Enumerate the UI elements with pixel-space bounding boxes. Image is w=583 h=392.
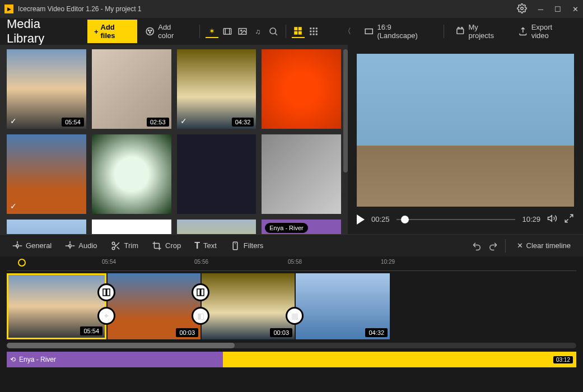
- search-icon[interactable]: [267, 25, 279, 38]
- minimize-button[interactable]: ─: [538, 5, 543, 13]
- timeline-clip[interactable]: 05:54: [7, 273, 106, 339]
- filter-image-icon[interactable]: [236, 25, 249, 38]
- aspect-ratio-button[interactable]: 16:9 (Landscape): [358, 20, 438, 43]
- text-icon: T: [194, 241, 200, 251]
- playback-slider[interactable]: [397, 219, 516, 220]
- check-icon: ✓: [10, 116, 17, 125]
- trim-tool[interactable]: Trim: [105, 237, 144, 254]
- svg-point-25: [461, 27, 463, 29]
- media-thumbnail[interactable]: [92, 134, 171, 214]
- collapse-icon[interactable]: 〈: [341, 25, 354, 38]
- app-logo: ▶: [4, 4, 13, 13]
- clip-duration: 04:32: [365, 328, 388, 337]
- play-button[interactable]: [357, 214, 365, 225]
- view-grid-small-icon[interactable]: [307, 25, 320, 38]
- audio-clip-duration: 03:12: [553, 356, 573, 363]
- svg-point-7: [241, 30, 242, 31]
- audio-clip-title: Enya - River: [19, 356, 56, 363]
- clear-timeline-button[interactable]: ✕Clear timeline: [511, 238, 576, 253]
- media-thumbnail[interactable]: 04:32✓: [177, 49, 256, 129]
- transition-icon[interactable]: [192, 283, 209, 301]
- effect-icon[interactable]: ◧: [192, 307, 209, 325]
- svg-rect-32: [107, 289, 110, 296]
- library-scrollbar[interactable]: [343, 49, 348, 172]
- svg-rect-33: [197, 289, 200, 296]
- media-library: 05:54✓02:5304:32✓✓Enya - River: [0, 45, 348, 234]
- preview-panel: 00:25 10:29: [348, 45, 583, 234]
- svg-rect-18: [315, 31, 317, 32]
- timeline-clip[interactable]: 00:03: [202, 273, 295, 339]
- svg-point-1: [146, 27, 153, 35]
- svg-rect-20: [313, 34, 314, 35]
- svg-point-28: [112, 242, 115, 245]
- svg-rect-9: [294, 27, 297, 30]
- filter-all-icon[interactable]: ✶: [206, 25, 218, 38]
- media-thumbnail[interactable]: [262, 49, 341, 129]
- crop-tool[interactable]: Crop: [146, 237, 186, 254]
- transition-icon[interactable]: [97, 283, 115, 301]
- media-thumbnail[interactable]: [262, 134, 341, 214]
- export-video-button[interactable]: Export video: [512, 20, 576, 43]
- media-thumbnail[interactable]: [7, 220, 86, 235]
- svg-rect-5: [223, 29, 231, 35]
- svg-rect-21: [315, 34, 317, 35]
- svg-point-2: [148, 30, 149, 31]
- fullscreen-icon[interactable]: [564, 213, 574, 225]
- text-tool[interactable]: TText: [189, 237, 222, 254]
- clip-duration: 05:54: [80, 326, 102, 335]
- svg-rect-22: [365, 29, 372, 34]
- thumbnail-duration: 02:53: [147, 118, 169, 127]
- add-files-button[interactable]: +Add files: [87, 20, 137, 43]
- check-icon: ✓: [10, 202, 17, 211]
- audio-clip[interactable]: ⟲ Enya - River 03:12: [7, 352, 576, 367]
- svg-rect-14: [313, 27, 314, 29]
- svg-rect-19: [310, 34, 311, 35]
- media-thumbnail[interactable]: 05:54✓: [7, 49, 86, 129]
- svg-rect-15: [315, 27, 317, 29]
- media-thumbnail[interactable]: ✓: [7, 134, 86, 214]
- my-projects-button[interactable]: My projects: [450, 20, 510, 43]
- undo-button[interactable]: [470, 239, 484, 253]
- media-thumbnail[interactable]: 02:53: [92, 49, 171, 129]
- svg-rect-16: [310, 31, 311, 32]
- svg-point-8: [270, 28, 276, 34]
- effect-icon[interactable]: ✦: [97, 307, 115, 325]
- svg-rect-31: [103, 289, 106, 296]
- redo-button[interactable]: [486, 239, 500, 253]
- effect-icon[interactable]: ▦: [286, 307, 304, 325]
- add-color-button[interactable]: Add color: [139, 20, 194, 43]
- timeline-ruler[interactable]: 05:54 05:56 05:58 10:29: [7, 259, 576, 271]
- view-grid-large-icon[interactable]: [292, 25, 305, 38]
- filters-tool[interactable]: Filters: [225, 237, 269, 254]
- timeline-scrollbar[interactable]: [7, 343, 576, 348]
- close-button[interactable]: ✕: [572, 5, 579, 13]
- clip-duration: 00:03: [176, 328, 198, 337]
- playhead[interactable]: [18, 259, 26, 267]
- media-thumbnail[interactable]: [92, 220, 171, 235]
- media-thumbnail[interactable]: Enya - River: [262, 220, 341, 235]
- timeline-clip[interactable]: 04:32: [296, 273, 390, 339]
- audio-tool[interactable]: Audio: [59, 237, 102, 254]
- settings-icon[interactable]: [517, 3, 527, 15]
- thumbnail-duration: 04:32: [232, 118, 254, 127]
- filter-video-icon[interactable]: [221, 25, 234, 38]
- svg-point-3: [151, 30, 152, 31]
- time-total: 10:29: [522, 215, 540, 223]
- filter-audio-icon[interactable]: ♫: [251, 25, 264, 38]
- thumbnail-duration: 05:54: [62, 118, 84, 127]
- svg-point-4: [149, 32, 150, 33]
- volume-icon[interactable]: [547, 213, 557, 225]
- preview-image[interactable]: [357, 54, 574, 207]
- slider-knob[interactable]: [401, 216, 409, 223]
- svg-point-29: [112, 247, 115, 250]
- maximize-button[interactable]: ☐: [554, 5, 561, 13]
- library-title: Media Library: [7, 17, 80, 46]
- general-tool[interactable]: General: [7, 237, 57, 254]
- clip-duration: 00:03: [270, 328, 292, 337]
- timeline-clip[interactable]: 00:03: [108, 273, 200, 339]
- media-thumbnail[interactable]: [177, 134, 256, 214]
- svg-rect-34: [201, 289, 204, 296]
- media-thumbnail[interactable]: [177, 220, 256, 235]
- svg-rect-12: [299, 31, 302, 35]
- svg-rect-10: [299, 27, 302, 30]
